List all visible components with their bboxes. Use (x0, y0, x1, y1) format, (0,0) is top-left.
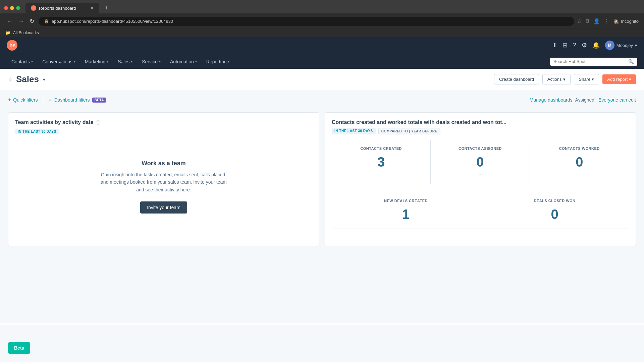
nav-conversations[interactable]: Conversations ▾ (38, 54, 80, 69)
widget2-badges: IN THE LAST 30 DAYS COMPARED TO | YEAR B… (332, 128, 629, 134)
stat-deals-closed-won-label: DEALS CLOSED WON (486, 199, 624, 203)
user-chevron-icon: ▾ (635, 43, 637, 48)
title-dropdown-chevron-icon[interactable]: ▾ (43, 77, 45, 82)
nav-contacts-chevron: ▾ (31, 60, 33, 63)
back-button[interactable]: ← (5, 16, 14, 26)
dashboard-header: ☆ Sales ▾ Create dashboard Actions ▾ Sha… (0, 69, 644, 90)
stat-contacts-created: CONTACTS CREATED 3 (332, 140, 431, 184)
stat-contacts-assigned-dash: - (436, 171, 524, 177)
filters-row: + Quick filters ≡ Dashboard filters BETA… (8, 90, 636, 110)
tab-close-button[interactable]: ✕ (90, 5, 94, 11)
widget1-empty-title: Work as a team (142, 160, 186, 167)
browser-tab[interactable]: Reports dashboard ✕ (25, 3, 99, 13)
widget2-title: Contacts created and worked totals with … (332, 119, 506, 125)
browser-nav-bar: ← → ↻ 🔒 app.hubspot.com/reports-dashboar… (0, 13, 644, 29)
manage-dashboards-link[interactable]: Manage dashboards (530, 97, 573, 103)
lock-icon: 🔒 (44, 19, 49, 23)
nav-automation-label: Automation (170, 59, 194, 64)
dashboard-title: Sales (16, 74, 39, 84)
apps-icon[interactable]: ⊞ (562, 42, 568, 49)
widget2-title-row: Contacts created and worked totals with … (332, 119, 629, 125)
widget1-empty-state: Work as a team Gain insight into the tas… (15, 140, 312, 234)
actions-button[interactable]: Actions ▾ (542, 74, 571, 84)
upgrade-icon[interactable]: ⬆ (552, 42, 557, 49)
assigned-label: Assigned: (575, 97, 595, 103)
tab-title: Reports dashboard (39, 6, 76, 11)
incognito-badge: 🕵 Incognito (613, 19, 639, 24)
new-tab-button[interactable]: + (102, 5, 111, 12)
user-menu[interactable]: M Moodjoy ▾ (605, 41, 637, 50)
dashboard-filters-button[interactable]: ≡ Dashboard filters BETA (49, 97, 106, 103)
bookmark-star-icon[interactable]: ☆ (577, 18, 582, 24)
create-dashboard-button[interactable]: Create dashboard (494, 74, 539, 84)
window-maximize[interactable] (16, 6, 20, 10)
bookmarks-label[interactable]: All Bookmarks (13, 31, 39, 35)
settings-icon[interactable]: ⚙ (582, 42, 587, 49)
nav-sales[interactable]: Sales ▾ (113, 54, 137, 69)
dashboard-grid: Team activities by activity date ⓘ IN TH… (8, 112, 636, 246)
dashboard-title-row: ☆ Sales ▾ (8, 74, 45, 84)
user-name: Moodjoy (616, 43, 633, 48)
stat-contacts-assigned: CONTACTS ASSIGNED 0 - (431, 140, 530, 184)
nav-automation[interactable]: Automation ▾ (165, 54, 202, 69)
nav-marketing[interactable]: Marketing ▾ (80, 54, 113, 69)
widget-team-activities: Team activities by activity date ⓘ IN TH… (8, 112, 319, 246)
hubspot-logo[interactable]: hs (7, 40, 17, 51)
nav-conversations-label: Conversations (42, 59, 72, 64)
tab-favicon (31, 5, 36, 11)
assigned-value-link[interactable]: Everyone can edit (598, 97, 636, 103)
top-navigation: hs ⬆ ⊞ ? ⚙ 🔔 M Moodjoy ▾ (0, 37, 644, 54)
nav-reporting[interactable]: Reporting ▾ (202, 54, 234, 69)
widget2-stats-row1: CONTACTS CREATED 3 CONTACTS ASSIGNED 0 -… (332, 140, 629, 184)
profile-icon[interactable]: 👤 (593, 18, 600, 24)
extensions-icon[interactable]: ⧉ (586, 18, 589, 24)
nav-reporting-label: Reporting (206, 59, 227, 64)
stat-new-deals-value: 1 (337, 207, 475, 222)
widget2-stats-row2: NEW DEALS CREATED 1 DEALS CLOSED WON 0 (332, 192, 629, 229)
share-button[interactable]: Share ▾ (574, 74, 599, 84)
nav-automation-chevron: ▾ (195, 60, 197, 63)
settings-dots-icon[interactable]: ⋮ (604, 18, 609, 24)
incognito-icon: 🕵 (613, 19, 619, 24)
help-icon[interactable]: ? (573, 42, 576, 49)
notifications-icon[interactable]: 🔔 (592, 42, 600, 49)
bookmarks-folder-icon: 📁 (5, 31, 10, 35)
widget-contacts-created: Contacts created and worked totals with … (325, 112, 636, 246)
nav-marketing-chevron: ▾ (107, 60, 108, 63)
widget1-info-icon[interactable]: ⓘ (96, 120, 100, 126)
nav-contacts[interactable]: Contacts ▾ (7, 54, 38, 69)
nav-marketing-label: Marketing (85, 59, 105, 64)
window-minimize[interactable] (10, 6, 14, 10)
widget1-title-row: Team activities by activity date ⓘ (15, 119, 312, 126)
widget1-empty-desc: Gain insight into the tasks created, ema… (97, 171, 231, 193)
add-report-label: Add report (607, 77, 628, 82)
invite-team-button[interactable]: Invite your team (140, 201, 187, 214)
refresh-button[interactable]: ↻ (28, 16, 36, 26)
page-content: ☆ Sales ▾ Create dashboard Actions ▾ Sha… (0, 69, 644, 323)
filter-divider (43, 96, 43, 104)
actions-label: Actions (547, 77, 562, 82)
search-icon: 🔍 (628, 59, 634, 64)
quick-filters-button[interactable]: + Quick filters (8, 95, 38, 105)
browser-nav-actions: ☆ ⧉ 👤 ⋮ 🕵 Incognito (577, 18, 639, 24)
widget1-badges: IN THE LAST 30 DAYS (15, 129, 312, 134)
url-text: app.hubspot.com/reports-dashboard/451055… (52, 19, 173, 24)
nav-service[interactable]: Service ▾ (137, 54, 165, 69)
browser-chrome: Reports dashboard ✕ + ← → ↻ 🔒 app.hubspo… (0, 0, 644, 37)
address-bar[interactable]: 🔒 app.hubspot.com/reports-dashboard/4510… (39, 17, 574, 26)
nav-sales-chevron: ▾ (131, 60, 132, 63)
stat-contacts-worked-value: 0 (535, 155, 624, 170)
stat-contacts-worked-label: CONTACTS WORKED (535, 146, 624, 150)
forward-button[interactable]: → (17, 16, 25, 26)
search-input[interactable] (553, 59, 626, 64)
dashboard-actions: Create dashboard Actions ▾ Share ▾ Add r… (494, 74, 636, 84)
stat-new-deals: NEW DEALS CREATED 1 (332, 192, 480, 229)
bookmarks-bar: 📁 All Bookmarks (0, 29, 644, 37)
window-close[interactable] (4, 6, 8, 10)
nav-sales-label: Sales (118, 59, 129, 64)
add-report-button[interactable]: Add report ▾ (602, 74, 636, 84)
favorite-star-icon[interactable]: ☆ (8, 76, 13, 83)
global-search[interactable]: 🔍 (550, 58, 637, 66)
nav-service-label: Service (142, 59, 158, 64)
nav-reporting-chevron: ▾ (228, 60, 229, 63)
